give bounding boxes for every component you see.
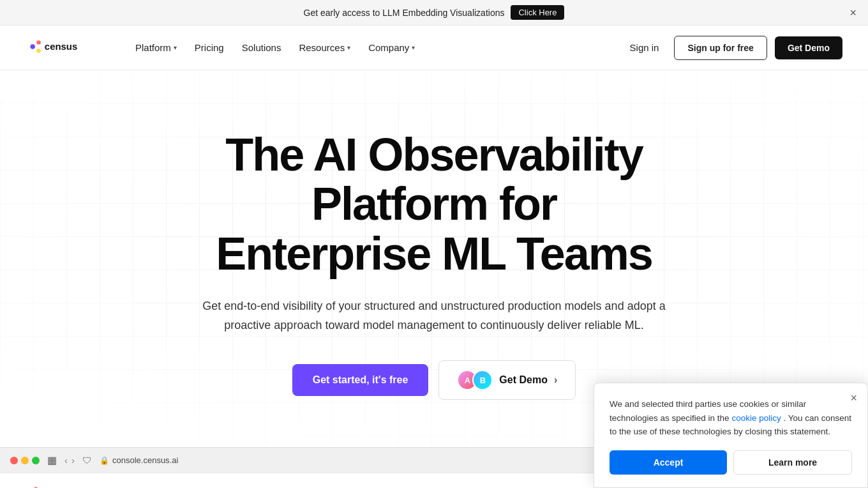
avatar-2: B (472, 370, 493, 390)
sign-in-link[interactable]: Sign in (622, 37, 667, 58)
hero-title-line1: The AI Observability Platform for (225, 129, 643, 230)
lock-icon: 🔒 (100, 456, 109, 465)
sign-up-button[interactable]: Sign up for free (674, 36, 767, 60)
cookie-policy-link[interactable]: cookie policy (731, 413, 781, 423)
company-chevron-icon: ▾ (412, 44, 415, 51)
nav-logo[interactable]: census (26, 38, 97, 58)
nav-item-platform[interactable]: Platform ▾ (128, 37, 184, 58)
dot-red[interactable] (10, 457, 18, 464)
browser-nav-buttons: ‹ › (64, 455, 75, 466)
hero-title: The AI Observability Platform for Enterp… (140, 130, 728, 279)
browser-tab-icon: ▦ (47, 454, 57, 466)
svg-text:census: census (45, 40, 77, 51)
hero-content: The AI Observability Platform for Enterp… (140, 130, 728, 400)
svg-point-1 (36, 40, 41, 45)
cookie-close-button[interactable]: × (850, 392, 857, 404)
nav-item-solutions[interactable]: Solutions (234, 37, 289, 58)
nav-item-resources[interactable]: Resources ▾ (291, 37, 358, 58)
get-demo-button[interactable]: Get Demo (775, 36, 842, 59)
cookie-learn-button[interactable]: Learn more (733, 450, 852, 475)
platform-chevron-icon: ▾ (174, 44, 177, 51)
hero-title-line2: Enterprise ML Teams (216, 228, 652, 279)
svg-point-0 (30, 44, 34, 49)
browser-forward-button[interactable]: › (71, 455, 75, 466)
announce-close-button[interactable]: × (849, 7, 857, 19)
nav-item-pricing[interactable]: Pricing (187, 37, 232, 58)
navbar: census Platform ▾ Pricing Solutions Reso… (0, 26, 868, 70)
demo-avatars: A B (457, 370, 493, 390)
resources-chevron-icon: ▾ (347, 44, 350, 51)
announce-text: Get early access to LLM Embedding Visual… (304, 8, 505, 18)
dot-green[interactable] (32, 457, 40, 464)
cookie-buttons: Accept Learn more (610, 450, 852, 475)
nav-item-company[interactable]: Company ▾ (361, 37, 423, 58)
svg-point-2 (36, 49, 41, 53)
announce-bar: Get early access to LLM Embedding Visual… (0, 0, 868, 26)
nav-links: Platform ▾ Pricing Solutions Resources ▾… (128, 37, 622, 58)
cta-demo-label: Get Demo (499, 374, 548, 386)
cookie-banner: × We and selected third parties use cook… (594, 383, 868, 488)
hero-subtitle: Get end-to-end visibility of your struct… (185, 297, 683, 335)
browser-shield-icon: 🛡 (82, 455, 92, 466)
lower-census-logo-svg: census (26, 485, 82, 488)
browser-url-bar[interactable]: 🔒 console.census.ai (100, 455, 178, 465)
cta-demo-button[interactable]: A B Get Demo › (438, 360, 576, 400)
cookie-text: We and selected third parties use cookie… (610, 397, 852, 439)
browser-url-text: console.census.ai (112, 455, 178, 465)
census-logo-svg: census (26, 38, 97, 56)
browser-back-button[interactable]: ‹ (64, 455, 68, 466)
cookie-accept-button[interactable]: Accept (610, 450, 727, 475)
nav-right: Sign in Sign up for free Get Demo (622, 36, 842, 60)
cta-started-button[interactable]: Get started, it's free (292, 364, 429, 396)
dot-yellow[interactable] (21, 457, 29, 464)
announce-cta[interactable]: Click Here (511, 5, 564, 20)
browser-dots (10, 457, 40, 464)
demo-arrow-icon: › (554, 374, 557, 386)
